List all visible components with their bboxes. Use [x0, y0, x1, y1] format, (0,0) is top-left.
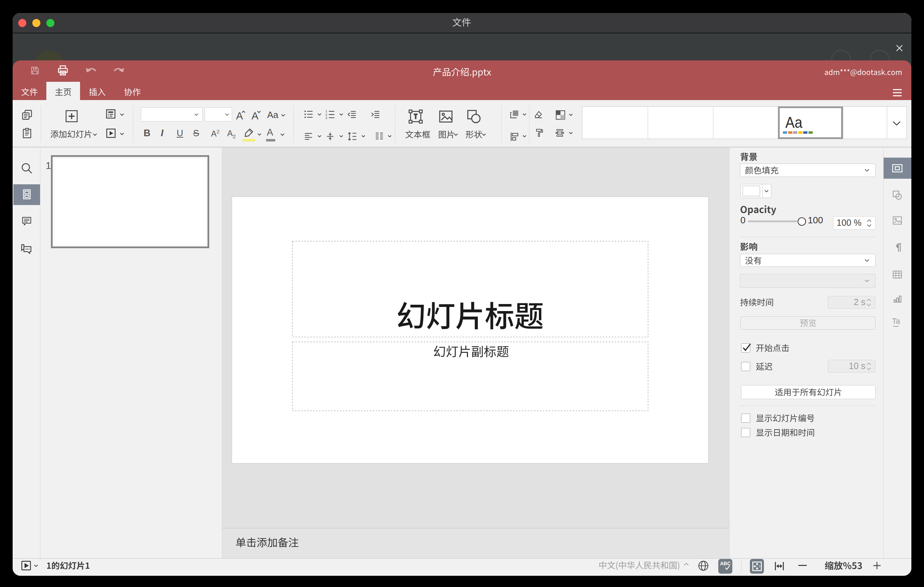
- svg-text:A: A: [251, 110, 258, 122]
- svg-text:Ta: Ta: [892, 317, 900, 325]
- svg-text:Aa: Aa: [785, 115, 802, 131]
- svg-text:2: 2: [325, 113, 327, 117]
- svg-text:A: A: [236, 110, 243, 122]
- svg-text:1: 1: [325, 110, 327, 113]
- svg-text:3: 3: [325, 116, 327, 119]
